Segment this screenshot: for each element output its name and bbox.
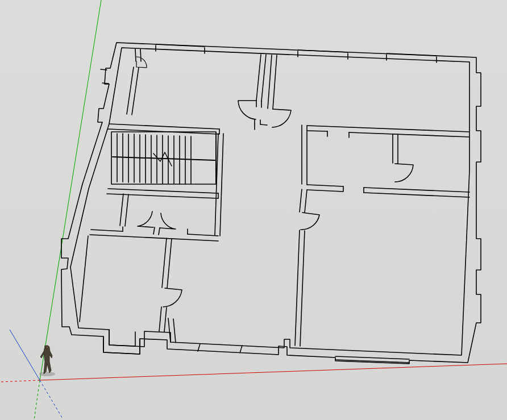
wall-segment	[220, 134, 223, 236]
wall-segment	[153, 227, 155, 234]
viewport-3d[interactable]	[0, 0, 507, 420]
outer-wall-outline	[61, 43, 481, 364]
door-arc	[138, 211, 153, 227]
door-arc	[160, 213, 176, 229]
door-arc	[163, 288, 182, 307]
bay-window-inner	[109, 330, 135, 346]
window-tick	[387, 53, 437, 56]
wall-segment	[109, 124, 219, 129]
wall-segment	[162, 238, 167, 288]
svg-line-16	[113, 157, 215, 160]
wall-segment	[268, 55, 272, 109]
wall-segment	[140, 49, 141, 61]
wall-segment	[307, 185, 343, 186]
window-tick	[102, 83, 109, 84]
wall-segment	[198, 344, 200, 351]
window-tick	[335, 356, 409, 359]
wall-segment	[164, 307, 167, 332]
wall-segment	[364, 193, 469, 197]
wall-segment	[90, 235, 218, 241]
wall-segment	[159, 228, 160, 235]
wall-segment	[80, 236, 88, 322]
window-tick	[101, 69, 107, 70]
wall-segment	[364, 188, 469, 192]
door-arc	[395, 164, 413, 182]
wall-segment	[300, 231, 305, 346]
wall-segment	[159, 307, 161, 331]
wall-segment	[307, 190, 343, 192]
wall-segment	[300, 189, 302, 212]
wall-segment	[273, 55, 277, 109]
inner-wall-outline	[70, 48, 469, 355]
wall-segment	[91, 230, 123, 231]
wall-segment	[295, 230, 300, 346]
wall-segment	[167, 239, 172, 288]
wall-segment	[261, 55, 266, 101]
wall-segment	[307, 131, 327, 131]
wall-segment	[305, 190, 307, 213]
floor-plan[interactable]	[0, 0, 507, 420]
door-arc	[238, 101, 256, 119]
door-arc	[272, 109, 291, 127]
wall-segment	[349, 132, 469, 137]
wall-segment	[120, 194, 123, 226]
wall-segment	[125, 194, 128, 226]
wall-segment	[307, 126, 469, 132]
wall-segment	[256, 55, 261, 101]
window-tick	[298, 50, 348, 52]
window-tick	[156, 44, 205, 47]
wall-segment	[168, 318, 171, 342]
wall-segment	[188, 234, 218, 236]
small-door	[136, 57, 147, 68]
wall-segment	[260, 124, 267, 125]
wall-segment	[135, 49, 136, 61]
wall-segment	[108, 189, 218, 193]
door-arc	[301, 213, 319, 230]
wall-segment	[240, 346, 242, 353]
wall-segment	[173, 319, 176, 343]
